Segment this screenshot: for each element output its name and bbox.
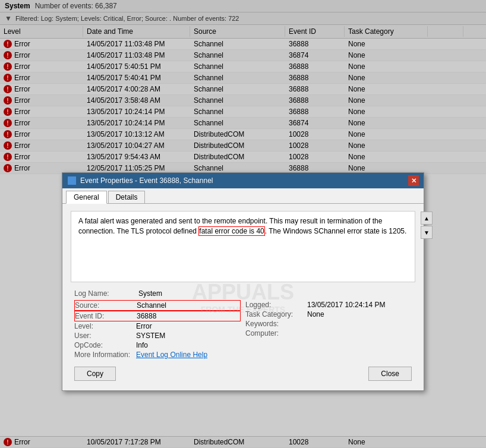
prop-grid: Source: Schannel Event ID: 36888 Level: … — [74, 300, 412, 359]
source-label: Source: — [75, 301, 134, 310]
user-label: User: — [74, 332, 134, 340]
event-properties: Log Name: System Source: Schannel Event … — [67, 286, 419, 363]
task-label: Task Category: — [245, 310, 305, 318]
user-row: User: SYSTEM — [74, 331, 241, 340]
message-end: . The Windows SChannel error state is 12… — [265, 227, 407, 235]
prop-log-name-row: Log Name: System — [74, 289, 412, 298]
event-id-value: 36888 — [137, 312, 156, 320]
tab-details[interactable]: Details — [108, 191, 146, 203]
dialog-footer: Copy Close — [67, 363, 419, 387]
modal-overlay: Event Properties - Event 36888, Schannel… — [0, 0, 486, 448]
level-value: Error — [136, 322, 152, 330]
scroll-down-button[interactable]: ▼ — [421, 226, 433, 239]
keywords-row: Keywords: — [245, 319, 412, 329]
scroll-up-button[interactable]: ▲ — [421, 212, 433, 225]
opcode-label: OpCode: — [74, 341, 134, 349]
source-row: Source: Schannel — [74, 300, 241, 311]
tab-general[interactable]: General — [66, 191, 107, 204]
more-info-link[interactable]: Event Log Online Help — [136, 351, 207, 359]
computer-label: Computer: — [245, 329, 305, 337]
keywords-label: Keywords: — [245, 320, 305, 328]
copy-button[interactable]: Copy — [74, 367, 116, 381]
logged-label: Logged: — [245, 301, 305, 309]
more-info-label: More Information: — [74, 351, 134, 359]
log-name-label: Log Name: — [74, 289, 134, 298]
logged-value: 13/05/2017 10:24:14 PM — [307, 301, 385, 309]
log-name-value: System — [138, 289, 162, 298]
source-value: Schannel — [137, 301, 166, 310]
dialog-tabs: General Details — [62, 188, 424, 204]
error-code-highlight: fatal error code is 40 — [198, 226, 264, 236]
logged-row: Logged: 13/05/2017 10:24:14 PM — [245, 300, 412, 310]
opcode-value: Info — [136, 341, 148, 349]
close-button[interactable]: Close — [368, 367, 412, 381]
main-window: System Number of events: 66,387 ▼ Filter… — [0, 0, 486, 448]
task-value: None — [307, 310, 324, 318]
event-id-row: Event ID: 36888 — [74, 311, 241, 321]
opcode-row: OpCode: Info — [74, 340, 241, 350]
prop-left-col: Source: Schannel Event ID: 36888 Level: … — [74, 300, 241, 359]
user-value: SYSTEM — [136, 332, 165, 340]
task-row: Task Category: None — [245, 310, 412, 319]
dialog-title: Event Properties - Event 36888, Schannel — [80, 176, 213, 185]
dialog-close-button[interactable]: ✕ — [408, 175, 419, 186]
event-id-label: Event ID: — [75, 312, 134, 320]
more-info-row: More Information: Event Log Online Help — [74, 350, 241, 359]
event-message: A fatal alert was generated and sent to … — [71, 211, 415, 282]
computer-row: Computer: — [245, 329, 412, 338]
event-properties-dialog: Event Properties - Event 36888, Schannel… — [62, 172, 424, 391]
dialog-icon — [67, 176, 77, 185]
level-label: Level: — [74, 322, 134, 330]
scroll-buttons: ▲ ▼ — [421, 212, 433, 239]
level-row: Level: Error — [74, 321, 241, 331]
dialog-title-bar: Event Properties - Event 36888, Schannel… — [62, 173, 424, 188]
prop-right-col: Logged: 13/05/2017 10:24:14 PM Task Cate… — [245, 300, 412, 359]
